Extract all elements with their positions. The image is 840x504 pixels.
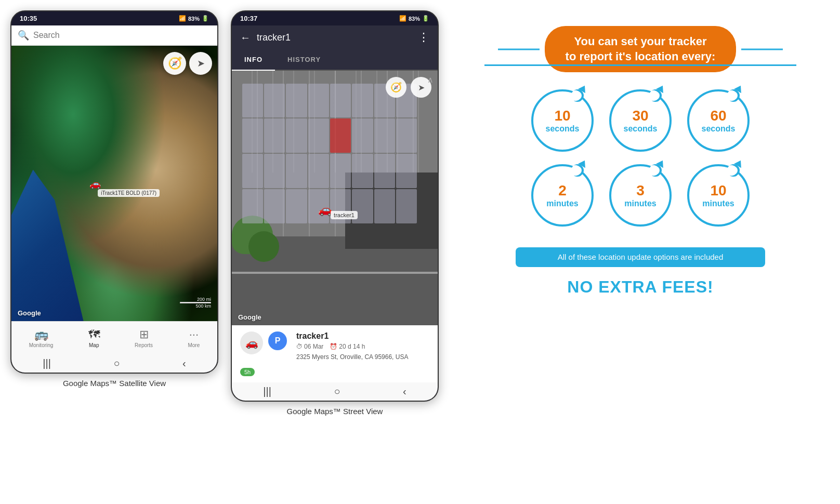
gesture-lines: ||| [43,357,51,369]
circle-text-10m: 10 minutes [702,183,734,208]
no-extra-fees-text: NO EXTRA FEES! [567,277,713,297]
circle-text-60s: 60 seconds [702,108,736,133]
circle-outer-60s: 60 seconds [687,89,750,152]
circle-number-2m: 2 [546,183,578,199]
compass-button-2[interactable]: 🧭 [386,77,406,98]
battery-text: 83% [188,16,200,22]
nav-monitoring-label: Monitoring [29,342,54,348]
parked-cars [242,84,417,224]
search-bar[interactable]: 🔍 [11,25,217,46]
tracker-title: tracker1 [257,32,412,43]
phone2-mockup: 10:37 📶 83% 🔋 ← tracker1 ⋮ INFO [231,10,439,402]
tab-info[interactable]: INFO [232,49,275,71]
status-badge: 5h [240,368,255,376]
google-logo: Google [18,309,41,317]
tracker-label: iTrack1TE BOLD (0177) [98,189,160,197]
gesture-bar: ||| ○ ‹ [11,354,217,373]
battery-text2: 83% [409,16,420,22]
phone1-mockup: 10:35 📶 83% 🔋 🔍 [10,10,218,374]
duration-icon: ⏰ 20 d 14 h [330,343,365,350]
map-scale: 200 mi 500 km [180,297,211,309]
circle-text-2m: 2 minutes [546,183,578,208]
circle-arrow-10m [734,158,744,168]
circle-arrow-10s [578,84,588,93]
phone1-status-bar: 10:35 📶 83% 🔋 [11,11,217,25]
circle-text-3m: 3 minutes [624,183,656,208]
circle-outer-3m: 3 minutes [609,164,672,227]
phone2-col: 10:37 📶 83% 🔋 ← tracker1 ⋮ INFO [231,10,439,416]
gesture-circle: ○ [113,357,120,369]
circle-2m: 2 minutes [531,164,594,227]
circle-unit-10m: minutes [702,199,734,208]
gesture-circle-2: ○ [334,386,340,397]
tracker-marker: 🚗 [89,178,101,190]
circle-30s: 30 seconds [609,89,672,152]
circle-arrow-30s [656,84,666,93]
circle-10s: 10 seconds [531,89,594,152]
phones-row: 10:35 📶 83% 🔋 🔍 [10,10,439,416]
info-header-text: You can set your trackerto report it's l… [566,34,716,64]
phone2-caption: Google Maps™ Street View [287,407,383,416]
reports-icon: ⊞ [139,328,149,341]
circle-outer-30s: 30 seconds [609,89,672,152]
phone1-status-icons: 📶 83% 🔋 [179,15,209,22]
tracker-address: 2325 Myers St, Oroville, CA 95966, USA [296,353,429,361]
nav-reports-label: Reports [135,342,153,348]
nav-more[interactable]: ··· More [179,326,208,350]
back-button[interactable]: ← [240,32,251,44]
info-card-header: 🚗 P tracker1 ⏱ 06 Mar ⏰ 20 d 14 h 2325 M… [240,331,429,361]
bus-icon: 🚌 [34,328,48,341]
circle-arrow-60s [734,84,744,93]
circle-arrow-2m [578,158,588,168]
location-button[interactable]: ➤ [189,52,212,75]
no-fees-banner-text: All of these location update options are… [558,253,724,261]
nav-reports[interactable]: ⊞ Reports [126,326,161,350]
more-menu-button[interactable]: ⋮ [418,31,429,44]
street-map-container: 🚗 tracker1 🧭 ➤ ∧ [232,71,438,325]
circle-text-30s: 30 seconds [624,108,658,133]
trees-area-2 [248,231,279,262]
circle-outer-10s: 10 seconds [531,89,594,152]
nav-monitoring[interactable]: 🚌 Monitoring [21,326,62,350]
circle-number-3m: 3 [624,183,656,199]
tracker-map-label: tracker1 [331,211,358,219]
gesture-back: ‹ [182,357,186,369]
compass-button[interactable]: 🧭 [163,52,186,75]
circles-grid: 10 seconds 30 seconds [531,89,750,227]
nav-more-label: More [188,342,200,348]
circle-number-60s: 60 [702,108,736,124]
car-icon: 🚗 [89,179,101,189]
scroll-indicator: ∧ [427,75,434,85]
circle-number-30s: 30 [624,108,658,124]
circle-number-10s: 10 [546,108,580,124]
nav-map-label: Map [89,342,99,348]
gesture-back-2: ‹ [403,386,406,397]
phone1-caption: Google Maps™ Satellite View [63,379,166,388]
nav-arrow-icon: ➤ [418,83,425,92]
phone2-status-icons: 📶 83% 🔋 [399,15,429,22]
tab-history[interactable]: HISTORY [275,49,333,70]
circle-outer-10m: 10 minutes [687,164,750,227]
phone1-col: 10:35 📶 83% 🔋 🔍 [10,10,218,388]
satellite-map-container: 🧭 ➤ 🚗 iTrack1TE BOLD (0177) [11,46,217,321]
phone2-time: 10:37 [240,15,257,22]
search-input[interactable] [33,31,211,40]
circle-60s: 60 seconds [687,89,750,152]
circle-unit-60s: seconds [702,124,736,134]
gesture-bar-2: ||| ○ ‹ [232,382,438,401]
circle-unit-2m: minutes [546,199,578,208]
google-logo-2: Google [238,313,261,321]
app-header: ← tracker1 ⋮ [232,25,438,49]
tracker-name: tracker1 [296,331,429,341]
compass-icon: 🧭 [168,57,182,70]
tracker-avatar: 🚗 [240,331,263,354]
gesture-lines-2: ||| [263,386,271,397]
nav-map[interactable]: 🗺 Map [80,326,108,350]
info-panel: You can set your trackerto report it's l… [451,10,830,426]
search-icon: 🔍 [18,30,29,41]
compass-icon-2: 🧭 [390,82,402,93]
info-card: 🚗 P tracker1 ⏱ 06 Mar ⏰ 20 d 14 h 2325 M… [232,325,438,382]
circle-outer-2m: 2 minutes [531,164,594,227]
circle-3m: 3 minutes [609,164,672,227]
more-icon: ··· [189,328,199,341]
